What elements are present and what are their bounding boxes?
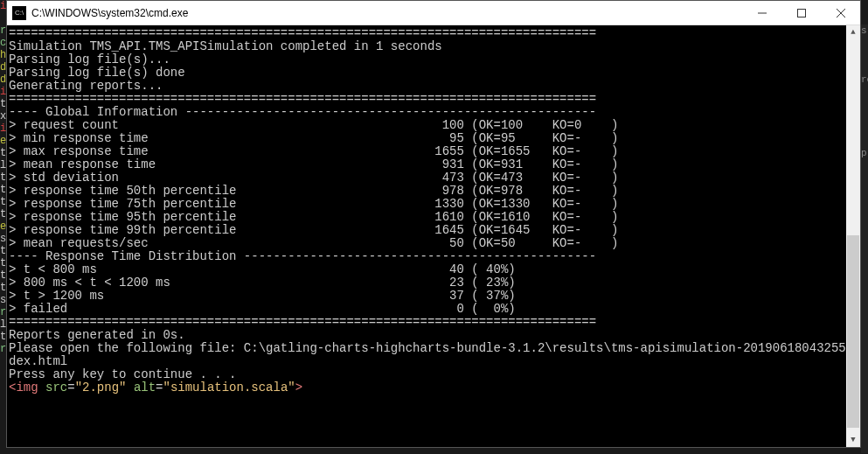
maximize-button[interactable] [781,1,821,24]
terminal-line: > mean requests/sec 50 (OK=50 KO=- ) [9,237,846,250]
terminal-line: > response time 99th percentile 1645 (OK… [9,224,846,237]
terminal-line: Simulation TMS_API.TMS_APISimulation com… [9,40,846,53]
terminal-line: ========================================… [9,93,846,106]
terminal-line: > max response time 1655 (OK=1655 KO=- ) [9,145,846,158]
minimize-button[interactable] [742,1,781,24]
terminal-line: > failed 0 ( 0%) [9,303,846,316]
terminal-line: Press any key to continue . . . [9,368,846,381]
terminal-line: > response time 75th percentile 1330 (OK… [9,198,846,211]
terminal-line: > std deviation 473 (OK=473 KO=- ) [9,171,846,185]
terminal-line: Reports generated in 0s. [9,329,846,342]
scroll-up-icon[interactable]: ▲ [846,25,860,39]
terminal-html-line: <img src="2.png" alt="simulation.scala"> [9,381,846,395]
editor-gutter-right: s re p [861,24,868,453]
cmd-icon: C:\ [12,6,26,20]
terminal-line: ========================================… [9,27,846,40]
scroll-thumb[interactable] [847,235,859,428]
terminal-line: > response time 95th percentile 1610 (OK… [9,211,846,224]
terminal-line: dex.html [9,355,846,368]
terminal-line: > t > 1200 ms 37 ( 37%) [9,290,846,303]
terminal-line: ---- Global Information ----------------… [9,106,846,119]
terminal-line: Parsing log file(s) done [9,66,846,80]
cmd-window: C:\ C:\WINDOWS\system32\cmd.exe ========… [6,0,861,448]
terminal-area: ========================================… [7,25,860,447]
terminal-line: ========================================… [9,316,846,329]
terminal-line: > min response time 95 (OK=95 KO=- ) [9,132,846,145]
terminal-line: Generating reports... [9,80,846,93]
terminal-line: > response time 50th percentile 978 (OK=… [9,185,846,198]
window-title: C:\WINDOWS\system32\cmd.exe [31,7,742,19]
terminal-line: > request count 100 (OK=100 KO=0 ) [9,119,846,132]
close-button[interactable] [821,1,860,24]
scrollbar[interactable]: ▲ ▼ [846,25,860,447]
titlebar[interactable]: C:\ C:\WINDOWS\system32\cmd.exe [7,1,860,25]
terminal-line: Parsing log file(s)... [9,53,846,66]
editor-gutter-left: i rchdditxietlttttesttttsrltr [0,0,6,454]
terminal-output[interactable]: ========================================… [7,25,846,447]
terminal-line: > 800 ms < t < 1200 ms 23 ( 23%) [9,276,846,290]
terminal-line: ---- Response Time Distribution --------… [9,250,846,263]
terminal-line: > t < 800 ms 40 ( 40%) [9,263,846,276]
svg-rect-1 [797,9,805,17]
terminal-line: > mean response time 931 (OK=931 KO=- ) [9,158,846,171]
scroll-down-icon[interactable]: ▼ [846,433,860,447]
terminal-line: Please open the following file: C:\gatli… [9,342,846,355]
window-controls [742,1,860,24]
